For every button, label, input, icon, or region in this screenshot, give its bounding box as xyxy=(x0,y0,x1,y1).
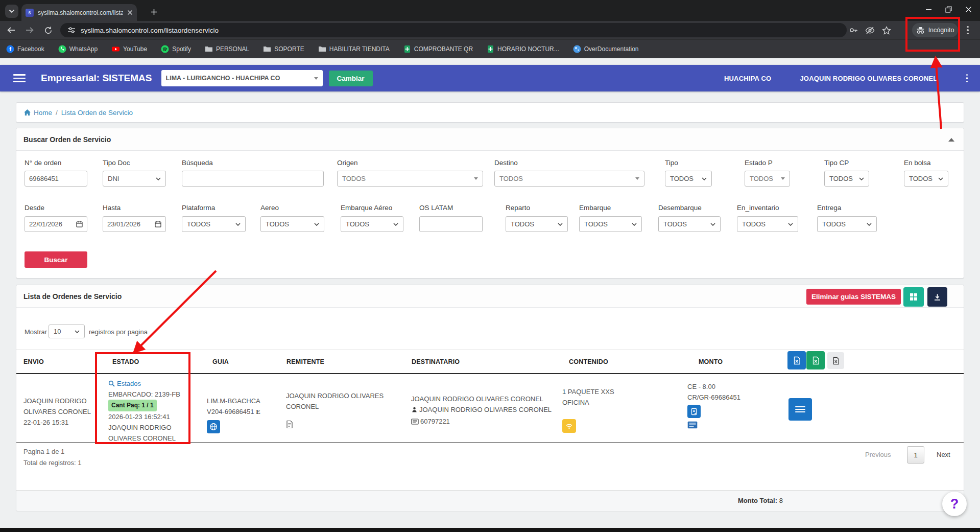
invoice-list-icon[interactable] xyxy=(687,421,784,429)
breadcrumb: Home / Lista Orden de Servicio xyxy=(16,102,964,123)
field-label: Tipo xyxy=(665,159,678,167)
bookmark-folder-habilitar-tiendita[interactable]: HABILITAR TIENDITA xyxy=(318,45,390,53)
buscar-button[interactable]: Buscar xyxy=(25,251,87,268)
destino-select[interactable]: TODOS xyxy=(494,171,644,187)
browser-tab-strip: s syslima.shalomcontrol.com/lista xyxy=(0,0,980,21)
receipt-button[interactable] xyxy=(687,405,701,418)
agency-select-value: LIMA - LURIGANCHO - HUACHIPA CO xyxy=(166,75,280,82)
export-excel-blue-button[interactable] xyxy=(787,351,806,369)
column-header-remitente[interactable]: REMITENTE xyxy=(286,358,324,365)
bookmark-comprobante-qr[interactable]: COMPROBANTE QR xyxy=(403,45,473,53)
agency-select[interactable]: LIMA - LURIGANCHO - HUACHIPA CO xyxy=(161,70,323,86)
spreadsheet-icon xyxy=(403,45,411,53)
bookmark-folder-soporte[interactable]: SOPORTE xyxy=(263,45,304,53)
tipo-select[interactable]: TODOS xyxy=(665,171,712,187)
new-tab-button[interactable] xyxy=(147,5,160,18)
orden-input[interactable] xyxy=(25,171,87,187)
chevron-down-icon xyxy=(9,9,15,13)
field-label: OS LATAM xyxy=(419,204,453,212)
column-header-destinatario[interactable]: DESTINATARIO xyxy=(412,358,460,365)
document-icon[interactable] xyxy=(286,420,403,429)
column-header-guia[interactable]: GUIA xyxy=(212,358,229,365)
table-footer: Monto Total: 8 xyxy=(16,490,964,511)
en-bolsa-select[interactable]: TODOS xyxy=(904,171,948,187)
bookmark-overdocumentation[interactable]: OverDocumentation xyxy=(573,45,639,53)
header-menu-button[interactable] xyxy=(966,74,968,83)
grid-view-button[interactable] xyxy=(903,287,924,307)
os-latam-input[interactable] xyxy=(419,216,483,232)
plataforma-select[interactable]: TODOS xyxy=(182,216,246,232)
passwords-key-icon[interactable] xyxy=(849,26,858,35)
back-button[interactable] xyxy=(4,23,18,37)
bookmark-horario-nocturno[interactable]: HORARIO NOCTUR... xyxy=(487,45,559,53)
bookmark-star-icon[interactable] xyxy=(882,26,891,35)
guia-suffix: E xyxy=(256,408,260,415)
screen: s syslima.shalomcontrol.com/lista syslim… xyxy=(0,0,980,532)
bookmark-youtube[interactable]: YouTube xyxy=(111,45,147,53)
column-header-contenido[interactable]: CONTENIDO xyxy=(569,358,608,365)
export-excel-gray-button[interactable] xyxy=(827,352,844,369)
previous-page-link[interactable]: Previous xyxy=(865,451,891,458)
hamburger-menu-icon[interactable] xyxy=(13,74,26,82)
field-label: Reparto xyxy=(506,204,530,212)
header-user-name[interactable]: JOAQUIN RODRIGO OLIVARES CORONEL xyxy=(800,75,937,82)
tab-search-button[interactable] xyxy=(5,5,18,18)
aereo-select[interactable]: TODOS xyxy=(260,216,324,232)
browser-tab[interactable]: s syslima.shalomcontrol.com/lista xyxy=(21,4,137,21)
help-button[interactable]: ? xyxy=(942,492,967,516)
minimize-button[interactable] xyxy=(925,6,932,13)
desembarque-select[interactable]: TODOS xyxy=(658,216,721,232)
close-window-button[interactable] xyxy=(965,6,972,13)
folder-icon xyxy=(263,45,271,53)
entrega-select[interactable]: TODOS xyxy=(817,216,877,232)
export-excel-green-button[interactable] xyxy=(806,351,825,369)
chevron-down-icon xyxy=(859,177,864,180)
monto-total-label: Monto Total: xyxy=(738,497,777,504)
field-label: Estado P xyxy=(745,159,773,167)
cell-destinatario: JOAQUIN RODRIGO OLIVARES CORONEL JOAQUIN… xyxy=(411,394,559,428)
forward-button[interactable] xyxy=(22,23,37,37)
address-bar[interactable]: syslima.shalomcontrol.com/listaordenserv… xyxy=(60,23,847,37)
row-actions-button[interactable] xyxy=(788,398,812,421)
browser-menu-button[interactable] xyxy=(967,25,969,35)
svg-text:f: f xyxy=(9,46,11,52)
url-text: syslima.shalomcontrol.com/listaordenserv… xyxy=(81,27,219,34)
eliminar-guias-button[interactable]: Eliminar guias SISTEMAS xyxy=(806,289,901,305)
page-size-select[interactable]: 10 xyxy=(49,325,85,338)
column-header-monto[interactable]: MONTO xyxy=(699,358,723,365)
busqueda-input[interactable] xyxy=(182,171,324,187)
cambiar-button[interactable]: Cambiar xyxy=(329,71,373,86)
restore-button[interactable] xyxy=(945,6,952,13)
field-label: En_inventario xyxy=(737,204,779,212)
embarque-select[interactable]: TODOS xyxy=(579,216,642,232)
download-button[interactable] xyxy=(927,287,947,307)
reparto-select[interactable]: TODOS xyxy=(506,216,568,232)
tipo-doc-select[interactable]: DNI xyxy=(103,171,166,187)
tipo-cp-select[interactable]: TODOS xyxy=(824,171,869,187)
chevron-down-icon xyxy=(867,223,872,226)
bookmark-folder-personal[interactable]: PERSONAL xyxy=(205,45,249,53)
next-page-link[interactable]: Next xyxy=(937,451,950,458)
eye-off-icon[interactable] xyxy=(865,26,875,35)
reload-button[interactable] xyxy=(41,23,55,37)
site-settings-icon[interactable] xyxy=(67,27,76,34)
estado-p-select[interactable]: TODOS xyxy=(745,171,790,187)
bookmark-facebook[interactable]: fFacebook xyxy=(6,45,44,53)
folder-icon xyxy=(318,45,326,53)
agency-short-label[interactable]: HUACHIPA CO xyxy=(724,75,771,82)
collapse-icon[interactable] xyxy=(948,138,954,142)
en-inventario-select[interactable]: TODOS xyxy=(737,216,798,232)
column-header-envio[interactable]: ENVIO xyxy=(23,358,44,365)
tab-close-icon[interactable] xyxy=(127,10,133,15)
desde-date-input[interactable]: 22/01/2026 xyxy=(25,216,87,232)
wifi-button[interactable] xyxy=(562,419,576,433)
guia-web-button[interactable] xyxy=(207,420,220,433)
calendar-icon xyxy=(76,221,83,227)
embarque-aereo-select[interactable]: TODOS xyxy=(341,216,403,232)
breadcrumb-home-link[interactable]: Home xyxy=(23,109,52,117)
bookmark-spotify[interactable]: Spotify xyxy=(161,45,191,53)
bookmark-whatsapp[interactable]: WhatsApp xyxy=(58,45,98,53)
hasta-date-input[interactable]: 23/01/2026 xyxy=(103,216,166,232)
origen-select[interactable]: TODOS xyxy=(337,171,483,187)
page-number-button[interactable]: 1 xyxy=(907,446,924,464)
